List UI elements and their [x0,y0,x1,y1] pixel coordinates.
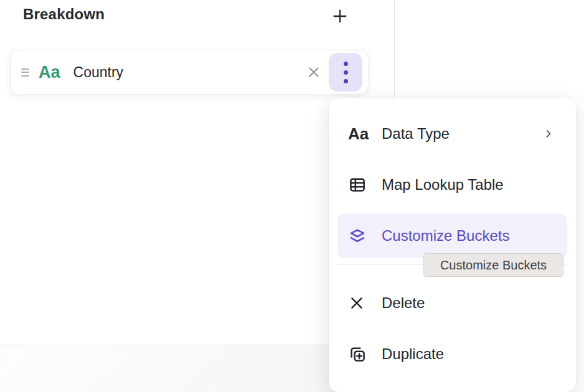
field-options-button[interactable] [329,53,362,91]
menu-item-delete[interactable]: Delete [337,281,567,325]
close-icon [306,64,322,80]
add-breakdown-button[interactable] [326,2,354,30]
plus-icon [330,6,350,26]
customize-buckets-tooltip: Customize Buckets [423,253,563,277]
menu-item-label: Map Lookup Table [382,176,504,194]
menu-item-label: Customize Buckets [382,227,509,245]
field-options-menu: Aa Data Type Map Lookup Table [329,98,576,392]
stack-icon [348,226,374,245]
menu-item-map-lookup-table[interactable]: Map Lookup Table [337,162,567,207]
chevron-right-icon [542,128,555,140]
menu-item-label: Delete [382,294,425,312]
drag-handle-icon[interactable] [21,68,29,77]
menu-item-label: Data Type [382,125,450,142]
menu-item-data-type[interactable]: Aa Data Type [337,111,567,156]
menu-item-customize-buckets[interactable]: Customize Buckets [337,213,567,258]
x-icon [348,294,374,312]
remove-field-button[interactable] [300,58,327,86]
page-title: Breakdown [23,6,105,23]
kebab-icon [344,62,348,83]
breakdown-field-card: Aa Country [10,50,369,95]
table-icon [348,175,374,194]
text-type-icon: Aa [39,64,60,81]
text-type-icon: Aa [348,126,374,142]
menu-item-duplicate[interactable]: Duplicate [337,332,567,376]
breakdown-panel-screen: Breakdown Aa Country [0,0,584,392]
copy-plus-icon [348,345,374,363]
menu-item-label: Duplicate [382,345,444,363]
field-label: Country [73,64,124,81]
